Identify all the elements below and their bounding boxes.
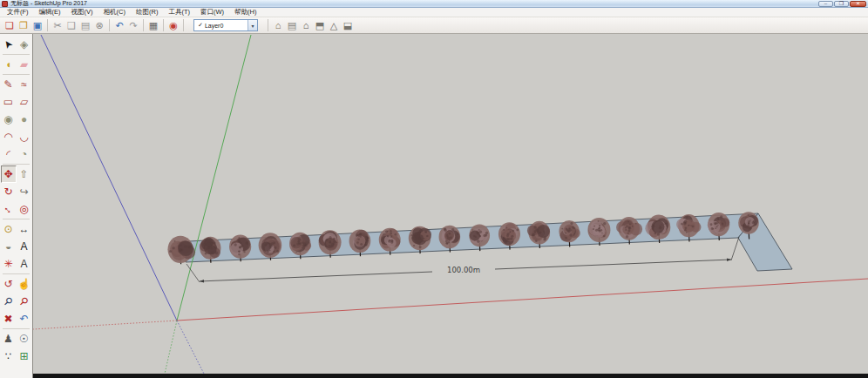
menu-item-1[interactable]: 编辑(E) xyxy=(34,8,66,17)
zoom-window-tool[interactable]: ⚲ xyxy=(17,293,32,310)
menu-item-7[interactable]: 帮助(H) xyxy=(229,8,261,17)
arc-tool[interactable]: ◠ xyxy=(1,128,17,145)
dimension-tool[interactable]: ↔ xyxy=(17,220,32,238)
offset-tool[interactable]: ◎ xyxy=(17,200,32,218)
move-tool[interactable]: ✥ xyxy=(1,165,17,183)
print-button[interactable]: ▦ xyxy=(146,18,160,32)
pan-tool[interactable]: ☝ xyxy=(17,275,32,293)
circle-tool[interactable]: ◉ xyxy=(1,111,17,128)
cut-button[interactable]: ✂ xyxy=(51,18,64,32)
push-pull-tool[interactable]: ⇧ xyxy=(17,165,32,183)
offset-icon: ◎ xyxy=(19,202,28,216)
text-tool[interactable]: A xyxy=(17,238,32,255)
position-camera-icon: ♟ xyxy=(3,332,13,346)
circle-icon: ◉ xyxy=(3,112,12,126)
right-view-button[interactable]: ⬒ xyxy=(313,18,327,32)
toolbar-separator xyxy=(183,19,184,31)
model-viewport[interactable]: 100.00m xyxy=(33,34,868,374)
axes-tool[interactable]: ✳ xyxy=(1,255,17,273)
walk-tool[interactable]: ∵ xyxy=(1,348,17,365)
maximize-button[interactable]: ❐ xyxy=(834,1,849,7)
back-view-button[interactable]: △ xyxy=(327,18,341,32)
zoom-extents-tool[interactable]: ✖ xyxy=(1,310,17,327)
select-tool[interactable]: ➤ xyxy=(1,36,17,53)
layer-dropdown-value: Layer0 xyxy=(205,23,248,29)
tape-measure-tool[interactable]: ⊙ xyxy=(1,220,17,238)
redo-button[interactable]: ↷ xyxy=(126,18,140,32)
three-d-text-tool[interactable]: A xyxy=(17,255,32,273)
copy-button[interactable]: ❑ xyxy=(64,18,78,32)
freehand-icon: ≈ xyxy=(21,78,27,91)
section-plane-tool[interactable]: ⊞ xyxy=(17,348,32,365)
undo-button[interactable]: ↶ xyxy=(112,18,126,32)
large-tool-set: ➤◈◖▰✎≈▭▱◉●◠◡◜◔✥⇧↻↪↔◎⊙↔◒A✳A↺☝⚲⚲✖↶♟☉∵⊞ xyxy=(0,34,33,378)
paint-bucket-tool[interactable]: ◖ xyxy=(1,56,17,73)
close-button[interactable]: ✕ xyxy=(850,1,866,7)
zoom-tool[interactable]: ⚲ xyxy=(1,293,17,310)
dimension-arrow-left xyxy=(200,280,204,282)
look-around-icon: ☉ xyxy=(19,332,29,346)
chevron-down-icon[interactable]: ▾ xyxy=(248,20,257,30)
save-button[interactable]: ▣ xyxy=(31,18,44,32)
left-view-button[interactable]: ⬓ xyxy=(341,18,355,32)
three-point-arc-tool[interactable]: ◜ xyxy=(1,145,17,163)
paste-button[interactable]: ▤ xyxy=(78,18,92,32)
previous-tool[interactable]: ↶ xyxy=(17,310,32,327)
axes-icon: ✳ xyxy=(3,257,12,271)
rotated-rectangle-tool[interactable]: ▱ xyxy=(17,93,32,111)
title-bar: 无标题 - SketchUp Pro 2017 – ❐ ✕ xyxy=(0,0,868,8)
front-view-button[interactable]: ⌂ xyxy=(299,18,313,32)
rotate-tool[interactable]: ↻ xyxy=(1,183,17,200)
menu-item-2[interactable]: 视图(V) xyxy=(66,8,98,17)
layer-dropdown[interactable]: ✓Layer0▾ xyxy=(193,19,258,31)
blue-axis xyxy=(41,35,177,321)
line-tool[interactable]: ✎ xyxy=(1,76,17,93)
model-info-icon: ◉ xyxy=(169,19,178,31)
eraser-tool[interactable]: ▰ xyxy=(17,56,32,73)
paint-bucket-icon: ◖ xyxy=(5,57,11,71)
look-around-tool[interactable]: ☉ xyxy=(17,330,32,348)
menu-item-4[interactable]: 绘图(R) xyxy=(131,8,163,17)
model-info-button[interactable]: ◉ xyxy=(166,18,180,32)
menu-item-0[interactable]: 文件(F) xyxy=(2,8,34,17)
line-icon: ✎ xyxy=(3,78,12,91)
scale-tool[interactable]: ↔ xyxy=(1,200,17,218)
make-component-tool[interactable]: ◈ xyxy=(17,36,32,53)
green-axis xyxy=(177,35,251,321)
toolbar-separator xyxy=(143,19,144,31)
two-point-arc-icon: ◡ xyxy=(19,130,28,144)
freehand-tool[interactable]: ≈ xyxy=(17,76,32,93)
iso-view-button[interactable]: ⌂ xyxy=(271,18,285,32)
two-point-arc-tool[interactable]: ◡ xyxy=(17,128,32,145)
open-icon: ❐ xyxy=(19,19,28,31)
zoom-extents-icon: ✖ xyxy=(3,312,12,326)
window-title: 无标题 - SketchUp Pro 2017 xyxy=(10,0,87,7)
red-axis xyxy=(177,279,868,321)
walk-icon: ∵ xyxy=(5,349,12,363)
menu-item-3[interactable]: 相机(C) xyxy=(98,8,131,17)
pie-tool[interactable]: ◔ xyxy=(17,145,32,163)
palette-separator xyxy=(3,219,30,219)
new-button[interactable]: ❏ xyxy=(3,18,17,32)
palette-separator xyxy=(3,328,30,329)
select-icon: ➤ xyxy=(0,37,17,51)
menu-item-6[interactable]: 窗口(W) xyxy=(195,8,229,17)
toolbar-separator xyxy=(109,19,110,31)
polygon-tool[interactable]: ● xyxy=(17,111,32,128)
print-icon: ▦ xyxy=(149,19,158,31)
tape-measure-icon: ⊙ xyxy=(3,222,12,236)
menu-item-5[interactable]: 工具(T) xyxy=(163,8,195,17)
orbit-tool[interactable]: ↺ xyxy=(1,275,17,293)
protractor-tool[interactable]: ◒ xyxy=(1,238,17,255)
open-button[interactable]: ❐ xyxy=(17,18,31,32)
toolbar-separator xyxy=(163,19,164,31)
sketchup-app-icon xyxy=(2,1,8,7)
blue-axis-dotted xyxy=(177,321,204,374)
minimize-button[interactable]: – xyxy=(818,1,833,7)
position-camera-tool[interactable]: ♟ xyxy=(1,330,17,348)
window-controls: – ❐ ✕ xyxy=(818,1,866,7)
rectangle-tool[interactable]: ▭ xyxy=(1,93,17,111)
follow-me-tool[interactable]: ↪ xyxy=(17,183,32,200)
erase-button[interactable]: ⊗ xyxy=(92,18,106,32)
top-view-button[interactable]: ▤ xyxy=(285,18,299,32)
